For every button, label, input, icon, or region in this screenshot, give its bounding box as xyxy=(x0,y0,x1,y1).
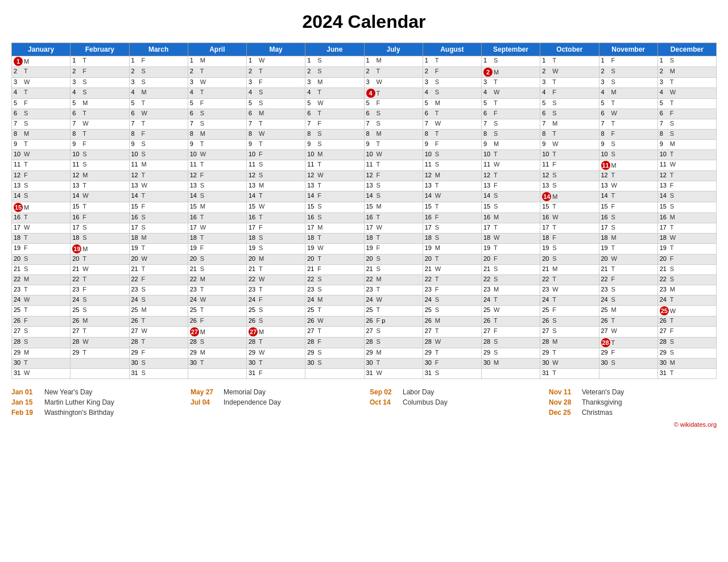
mar-14: 14T xyxy=(129,192,188,202)
holiday-date: Jan 01 xyxy=(11,388,40,396)
jan-23: 23T xyxy=(12,285,71,295)
holiday-nov28: Nov 28 Thanksgiving xyxy=(549,398,717,406)
holiday-name: Thanksgiving xyxy=(582,398,622,406)
oct-27: 27S xyxy=(540,327,599,338)
feb-9: 9F xyxy=(71,140,129,150)
sep-24: 24T xyxy=(482,295,540,306)
oct-9: 9W xyxy=(540,140,599,150)
may-7: 7T xyxy=(247,119,305,130)
oct-18: 18F xyxy=(540,234,599,244)
jul-4: 4T xyxy=(364,88,423,99)
nov-4: 4M xyxy=(599,88,657,99)
holiday-date: Oct 14 xyxy=(370,398,398,406)
nov-12: 12T xyxy=(599,171,657,181)
dec-3: 3T xyxy=(657,78,716,88)
table-row: 24W 24S 24S 24W 24F 24M 24W 24S 24T 24T … xyxy=(12,295,717,306)
nov-14: 14T xyxy=(599,192,657,202)
mar-27: 27W xyxy=(129,327,188,338)
feb-19: 19M xyxy=(71,244,129,255)
aug-12: 12M xyxy=(423,171,481,181)
feb-16: 16F xyxy=(71,213,129,223)
apr-4: 4T xyxy=(188,88,246,99)
mar-30: 30S xyxy=(129,359,188,369)
sep-6: 6F xyxy=(482,109,540,119)
table-row: 26F 26M 26T 26F 26S 26W 26F p 26M 26T 26… xyxy=(12,317,717,327)
sep-10: 10T xyxy=(482,150,540,160)
apr-6: 6S xyxy=(188,109,246,119)
feb-11: 11S xyxy=(71,160,129,171)
holiday-date: Sep 02 xyxy=(370,388,398,396)
header-august: August xyxy=(423,43,481,56)
aug-16: 16F xyxy=(423,213,481,223)
jan-30: 30T xyxy=(12,359,71,369)
holiday-jul04: Jul 04 Independence Day xyxy=(191,398,358,406)
table-row: 16T 16F 16S 16T 16T 16S 16T 16F 16M 16W … xyxy=(12,213,717,223)
table-row: 29M 29T 29F 29M 29W 29S 29M 29T 29S 29T … xyxy=(12,348,717,359)
jan-31: 31W xyxy=(12,369,71,379)
feb-20: 20T xyxy=(71,255,129,265)
dec-4: 4W xyxy=(657,88,716,99)
table-row: 31W 31S 31F 31W 31S 31T 31T xyxy=(12,369,717,379)
oct-25: 25F xyxy=(540,306,599,317)
jun-17: 17M xyxy=(305,223,364,234)
may-26: 26S xyxy=(247,317,305,327)
may-25: 25S xyxy=(247,306,305,317)
jun-18: 18T xyxy=(305,234,364,244)
jan-29: 29M xyxy=(12,348,71,359)
jan-17: 17W xyxy=(12,223,71,234)
holiday-may27: May 27 Memorial Day xyxy=(191,388,358,396)
table-row: 17W 17S 17S 17W 17F 17M 17W 17S 17T 17T … xyxy=(12,223,717,234)
dec-10: 10T xyxy=(657,150,716,160)
table-row: 23T 23F 23S 23T 23T 23S 23T 23F 23M 23W … xyxy=(12,285,717,295)
oct-5: 5S xyxy=(540,99,599,109)
table-row: 14S 14W 14T 14S 14T 14F 14S 14W 14S 14M … xyxy=(12,192,717,202)
may-10: 10F xyxy=(247,150,305,160)
oct-8: 8T xyxy=(540,130,599,140)
table-row: 11T 11S 11M 11T 11S 11T 11T 11S 11W 11F … xyxy=(12,160,717,171)
jan-12: 12F xyxy=(12,171,71,181)
sep-3: 3T xyxy=(482,78,540,88)
feb-13: 13T xyxy=(71,181,129,192)
aug-7: 7W xyxy=(423,119,481,130)
feb-4: 4S xyxy=(71,88,129,99)
oct-12: 12S xyxy=(540,171,599,181)
wikidates-credit: © wikidates.org xyxy=(11,421,717,428)
dec-1: 1S xyxy=(657,56,716,67)
jan-22: 22M xyxy=(12,275,71,285)
feb-24: 24S xyxy=(71,295,129,306)
mar-23: 23S xyxy=(129,285,188,295)
oct-3: 3T xyxy=(540,78,599,88)
oct-6: 6S xyxy=(540,109,599,119)
table-row: 27S 27T 27W 27M 27M 27T 27S 27T 27F 27S … xyxy=(12,327,717,338)
jun-15: 15S xyxy=(305,202,364,213)
jul-3: 3W xyxy=(364,78,423,88)
may-4: 4S xyxy=(247,88,305,99)
may-9: 9T xyxy=(247,140,305,150)
holiday-name: Columbus Day xyxy=(403,398,448,406)
sep-7: 7S xyxy=(482,119,540,130)
table-row: 22M 22T 22F 22M 22W 22S 22M 22T 22S 22T … xyxy=(12,275,717,285)
apr-20: 20S xyxy=(188,255,246,265)
jul-19: 19F xyxy=(364,244,423,255)
sep-18: 18W xyxy=(482,234,540,244)
aug-30: 30F xyxy=(423,359,481,369)
jan-11: 11T xyxy=(12,160,71,171)
holiday-date: Jul 04 xyxy=(191,398,219,406)
oct-4: 4F xyxy=(540,88,599,99)
mar-8: 8F xyxy=(129,130,188,140)
jul-20: 20S xyxy=(364,255,423,265)
mar-24: 24S xyxy=(129,295,188,306)
jun-26: 26W xyxy=(305,317,364,327)
jul-12: 12F xyxy=(364,171,423,181)
feb-12: 12M xyxy=(71,171,129,181)
may-12: 12S xyxy=(247,171,305,181)
nov-30: 30S xyxy=(599,359,657,369)
apr-21: 21S xyxy=(188,265,246,275)
may-23: 23T xyxy=(247,285,305,295)
holiday-name: Labor Day xyxy=(403,388,434,396)
mar-17: 17S xyxy=(129,223,188,234)
apr-28: 28S xyxy=(188,338,246,348)
holiday-date: Nov 11 xyxy=(549,388,577,396)
oct-28: 28M xyxy=(540,338,599,348)
dec-26: 26T xyxy=(657,317,716,327)
